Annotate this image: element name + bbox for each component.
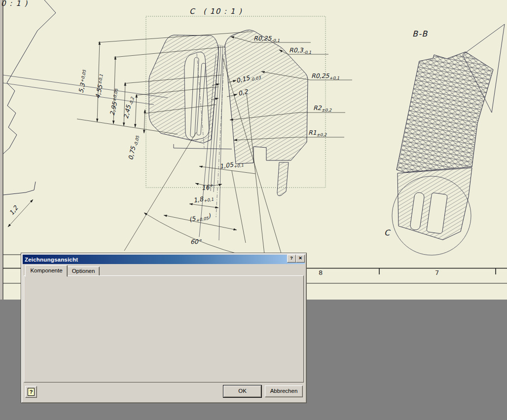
zone-number-8: 8 (319, 269, 323, 276)
dim-16deg: 16° (201, 183, 213, 191)
partial-view-scale-label: 0 : 1 ) (1, 0, 28, 8)
close-icon[interactable]: ✕ (296, 255, 305, 263)
context-help-button[interactable]: ? (287, 255, 296, 263)
help-button[interactable]: ? (25, 386, 37, 398)
zone-number-7: 7 (435, 269, 439, 276)
drawing-view-dialog: Zeichnungsansicht ? ✕ Komponente Optione… (21, 253, 307, 403)
dialog-titlebar[interactable]: Zeichnungsansicht (23, 255, 305, 264)
tab-page (24, 275, 304, 382)
cancel-button[interactable]: Abbrechen (265, 385, 303, 397)
section-label: B-B (412, 29, 428, 38)
detail-marker: C (384, 228, 391, 237)
help-icon: ? (28, 388, 35, 396)
dialog-title: Zeichnungsansicht (23, 257, 78, 263)
dim-60deg: 60° (190, 238, 202, 245)
window-left-edge (0, 0, 3, 300)
ok-button[interactable]: OK (223, 385, 261, 397)
tab-komponente[interactable]: Komponente (25, 265, 68, 277)
